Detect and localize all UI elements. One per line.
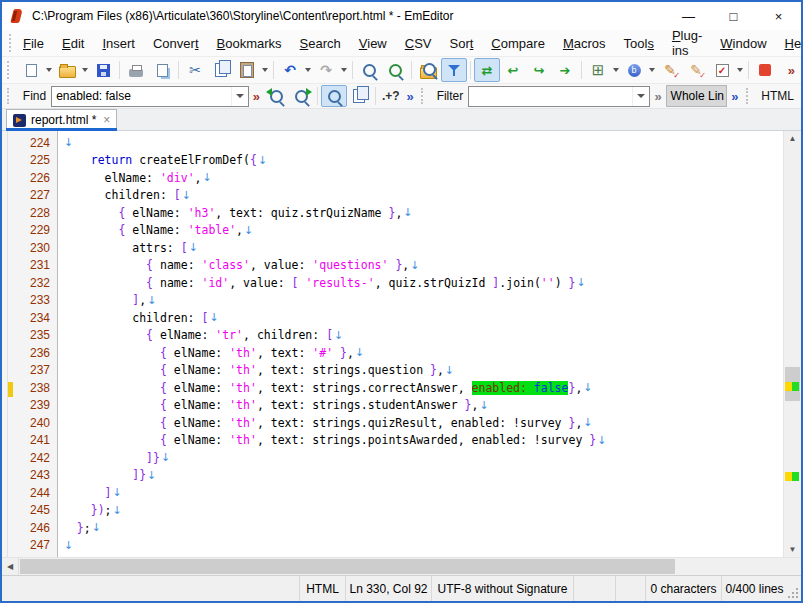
scroll-down-icon[interactable]: ▼ — [784, 542, 801, 557]
new-file-button[interactable] — [18, 58, 44, 82]
code-line: 233 ],↓ — [2, 292, 783, 310]
menu-convert[interactable]: Convert — [144, 33, 208, 54]
undo-dropdown-icon[interactable] — [303, 59, 313, 81]
scroll-up-icon[interactable]: ▲ — [784, 131, 801, 146]
replace-button[interactable] — [382, 58, 408, 82]
paste-button[interactable] — [234, 58, 260, 82]
cut-button[interactable]: ✂ — [182, 58, 208, 82]
filter-combobox[interactable] — [468, 86, 650, 107]
newline-mark-icon: ↓ — [208, 311, 218, 324]
find-combobox[interactable]: enabled: false — [51, 86, 249, 107]
filter-dropdown-arrow-icon[interactable] — [632, 87, 649, 106]
text-surface[interactable]: 224↓225 return createElFromDef({↓226 elN… — [2, 131, 783, 557]
status-blank-1[interactable] — [573, 576, 615, 601]
save-button[interactable] — [90, 58, 116, 82]
regex-toggle[interactable]: .+? — [379, 89, 403, 103]
find-in-files-button[interactable] — [415, 58, 441, 82]
menu-sort[interactable]: Sort — [440, 33, 482, 54]
stop-button[interactable] — [752, 58, 778, 82]
horizontal-scroll-thumb[interactable] — [20, 559, 675, 574]
open-file-button[interactable] — [54, 58, 80, 82]
wrap-by-window-button[interactable]: ➔ — [552, 58, 578, 82]
copy-button[interactable] — [208, 58, 234, 82]
newline-mark-icon: ↓ — [202, 171, 212, 184]
paste-dropdown-icon[interactable] — [260, 59, 270, 81]
filter-button[interactable] — [441, 58, 467, 82]
redo-button[interactable]: ↷ — [313, 58, 339, 82]
menu-search[interactable]: Search — [291, 33, 350, 54]
horizontal-scrollbar[interactable]: ◀ ▶ — [2, 557, 801, 575]
menu-plugins[interactable]: Plug-ins — [663, 25, 711, 61]
change-mark — [785, 382, 792, 391]
find-overflow-chevron[interactable]: » — [249, 89, 264, 104]
no-wrap-button[interactable]: ⇄ — [474, 58, 500, 82]
vertical-scrollbar[interactable]: ▲ ▼ — [783, 131, 801, 557]
redo-dropdown-icon[interactable] — [339, 59, 349, 81]
status-blank-2[interactable] — [615, 576, 645, 601]
run-macro-icon: ✎ — [690, 63, 702, 77]
status-bar: HTMLLn 330, Col 92UTF-8 without Signatur… — [2, 575, 801, 601]
menu-macros[interactable]: Macros — [554, 33, 615, 54]
maximize-button[interactable]: □ — [711, 2, 756, 30]
count-matches-button[interactable] — [347, 85, 372, 107]
outline-button[interactable]: ⊞ — [585, 58, 611, 82]
display-marks-dropdown-icon[interactable] — [647, 59, 657, 81]
close-button[interactable]: × — [756, 2, 801, 30]
menu-bookmarks[interactable]: Bookmarks — [208, 33, 291, 54]
find-dropdown-arrow-icon[interactable] — [231, 87, 248, 106]
menu-help[interactable]: Help — [776, 33, 803, 54]
find-value: enabled: false — [52, 89, 231, 103]
menu-edit[interactable]: Edit — [53, 33, 93, 54]
display-marks-button[interactable]: b — [621, 58, 647, 82]
menu-compare[interactable]: Compare — [482, 33, 554, 54]
outline-dropdown-icon[interactable] — [611, 59, 621, 81]
find-next-button[interactable] — [289, 85, 314, 107]
status-selection-lines[interactable]: 0/400 lines — [721, 576, 787, 601]
toolbar-overflow[interactable]: » — [784, 63, 799, 78]
status-encoding[interactable]: UTF-8 without Signature — [431, 576, 573, 601]
menu-insert[interactable]: Insert — [93, 33, 144, 54]
find-filter-bar: Find enabled: false » .+? » Filter » — [2, 84, 801, 109]
status-syntax[interactable]: HTML — [299, 576, 345, 601]
incremental-search-button[interactable] — [321, 85, 346, 107]
menu-view[interactable]: View — [350, 33, 396, 54]
whole-line-chevron[interactable]: » — [727, 89, 742, 104]
newline-mark-icon: ↓ — [111, 486, 121, 499]
findbar-end-chevron[interactable]: » — [403, 89, 418, 104]
resize-grip[interactable] — [787, 576, 801, 601]
whole-line-button[interactable]: Whole Lin — [666, 85, 728, 107]
open-file-dropdown-icon[interactable] — [80, 59, 90, 81]
menu-tools[interactable]: Tools — [615, 33, 663, 54]
menu-grip — [9, 34, 11, 52]
wrap-by-words-button[interactable]: ↪ — [526, 58, 552, 82]
status-cursor-position[interactable]: Ln 330, Col 92 — [345, 576, 431, 601]
outline-icon: ⊞ — [592, 63, 605, 78]
toolbar-grip — [7, 61, 15, 79]
menu-csv[interactable]: CSV — [396, 33, 441, 54]
html-file-icon — [13, 114, 26, 127]
menu-window[interactable]: Window — [711, 33, 775, 54]
menu-file[interactable]: File — [14, 33, 53, 54]
find-previous-button[interactable] — [264, 85, 289, 107]
record-macro-button[interactable]: ✎ — [657, 58, 683, 82]
print-preview-button[interactable] — [149, 58, 175, 82]
code-line: 246 };↓ — [2, 519, 783, 537]
tab-close-icon[interactable]: × — [103, 113, 110, 127]
filter-chevron[interactable]: » — [650, 89, 665, 104]
undo-button[interactable]: ↶ — [277, 58, 303, 82]
run-macro-button[interactable]: ✎ — [683, 58, 709, 82]
code-line: 228 { elName: 'h3', text: quiz.strQuizNa… — [2, 204, 783, 222]
scroll-left-icon[interactable]: ◀ — [2, 558, 19, 575]
find-button[interactable] — [356, 58, 382, 82]
syntax-toolbar-label[interactable]: HTML — [756, 89, 799, 103]
wrap-by-characters-button[interactable]: ↩ — [500, 58, 526, 82]
tab-report-html[interactable]: report.html * × — [6, 109, 117, 130]
select-macro-dropdown-icon[interactable] — [735, 59, 745, 81]
select-macro-button[interactable]: ✓ — [709, 58, 735, 82]
new-file-dropdown-icon[interactable] — [44, 59, 54, 81]
tab-title: report.html * — [31, 113, 96, 127]
print-button[interactable] — [123, 58, 149, 82]
status-selection-characters[interactable]: 0 characters — [645, 576, 721, 601]
main-toolbar: ✂↶↷⇄↩↪➔⊞b✎✎✓» — [2, 57, 801, 84]
code-line: 234 children: [↓ — [2, 309, 783, 327]
